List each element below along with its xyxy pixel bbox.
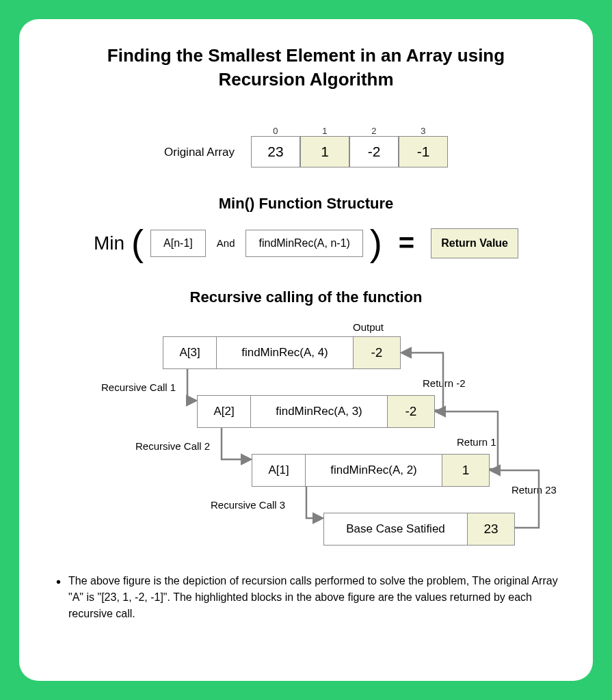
cell-a: A[1] bbox=[252, 454, 305, 487]
arrow-call-1 bbox=[187, 369, 196, 401]
left-paren: ( bbox=[131, 228, 144, 258]
return-value-box: Return Value bbox=[431, 228, 518, 258]
recursive-call-label-1: Recursive Call 1 bbox=[101, 381, 176, 393]
array-cells: 23 1 -2 -1 bbox=[251, 136, 448, 167]
array-index: 1 bbox=[300, 126, 349, 136]
call-row-0: A[3] findMinRec(A, 4) -2 bbox=[163, 336, 401, 369]
and-word: And bbox=[217, 237, 235, 249]
array-cell-highlight: 1 bbox=[300, 136, 349, 167]
array-cell: 23 bbox=[251, 136, 300, 167]
output-label: Output bbox=[353, 321, 384, 333]
page-title: Finding the Smallest Element in an Array… bbox=[46, 44, 566, 92]
box-findminrec: findMinRec(A, n-1) bbox=[245, 230, 362, 257]
subhead-min: Min() Function Structure bbox=[46, 195, 566, 213]
cell-a: A[2] bbox=[197, 395, 250, 428]
diagram-card: Finding the Smallest Element in an Array… bbox=[19, 19, 593, 681]
cell-result: -2 bbox=[353, 336, 401, 369]
cell-result: -2 bbox=[387, 395, 435, 428]
cell-base: Base Case Satified bbox=[323, 513, 467, 546]
return-label-2: Return 1 bbox=[457, 436, 496, 448]
arrow-call-3 bbox=[306, 487, 322, 518]
cell-func: findMinRec(A, 4) bbox=[216, 336, 353, 369]
recursive-call-label-3: Recursive Call 3 bbox=[211, 499, 285, 511]
return-label-1: Return -2 bbox=[423, 377, 466, 389]
min-word: Min bbox=[94, 232, 124, 254]
return-label-3: Return 23 bbox=[511, 484, 557, 496]
box-a-n-1: A[n-1] bbox=[150, 230, 206, 257]
cell-result: 1 bbox=[442, 454, 490, 487]
cell-func: findMinRec(A, 3) bbox=[250, 395, 387, 428]
subhead-recursive: Recursive calling of the function bbox=[46, 288, 566, 306]
min-structure-line: Min ( A[n-1] And findMinRec(A, n-1) ) = … bbox=[46, 228, 566, 258]
array-index: 3 bbox=[399, 126, 448, 136]
array-wrap: 0 1 2 3 23 1 -2 -1 bbox=[251, 126, 448, 167]
array-index: 2 bbox=[349, 126, 399, 136]
original-array-label: Original Array bbox=[164, 146, 235, 159]
footnote: The above figure is the depiction of rec… bbox=[46, 573, 566, 622]
cell-a: A[3] bbox=[163, 336, 216, 369]
original-array-row: Original Array 0 1 2 3 23 1 -2 -1 bbox=[46, 126, 566, 167]
recursive-stack-area: Output A[3] findMinRec(A, 4) -2 Recursiv… bbox=[60, 321, 566, 554]
cell-result: 23 bbox=[467, 513, 515, 546]
call-row-2: A[1] findMinRec(A, 2) 1 bbox=[252, 454, 490, 487]
title-line-2: Recursion Algorithm bbox=[218, 69, 393, 90]
array-cell-highlight: -1 bbox=[399, 136, 448, 167]
array-cell: -2 bbox=[349, 136, 399, 167]
call-row-1: A[2] findMinRec(A, 3) -2 bbox=[197, 395, 435, 428]
array-index: 0 bbox=[251, 126, 300, 136]
equals-sign: = bbox=[399, 228, 414, 258]
cell-func: findMinRec(A, 2) bbox=[305, 454, 442, 487]
right-paren: ) bbox=[370, 228, 382, 258]
call-row-base: Base Case Satified 23 bbox=[323, 513, 515, 546]
title-line-1: Finding the Smallest Element in an Array… bbox=[107, 45, 505, 66]
recursive-call-label-2: Recursive Call 2 bbox=[135, 440, 210, 452]
arrow-call-2 bbox=[222, 428, 250, 459]
array-indices: 0 1 2 3 bbox=[251, 126, 448, 136]
